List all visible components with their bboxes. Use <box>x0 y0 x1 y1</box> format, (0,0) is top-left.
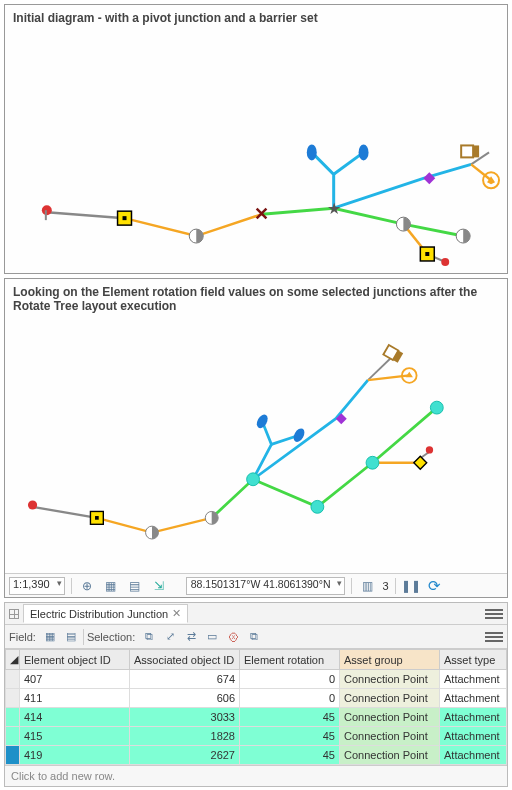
selection-label: Selection: <box>87 631 135 643</box>
calculate-field-button[interactable]: ▤ <box>62 628 80 646</box>
coordinates-display[interactable]: 88.1501317°W 41.8061390°N <box>186 577 346 595</box>
switch-selection-button[interactable]: ⇄ <box>182 628 200 646</box>
cell-rot[interactable]: 45 <box>240 727 340 746</box>
cell-rot[interactable]: 45 <box>240 746 340 765</box>
selection-count-icon[interactable]: ▥ <box>358 577 376 595</box>
row-selector[interactable] <box>6 727 20 746</box>
map-statusbar: 1:1,390 ⊕ ▦ ▤ ⇲ 88.1501317°W 41.8061390°… <box>5 573 507 597</box>
svg-point-25 <box>366 456 379 469</box>
cell-rot[interactable]: 0 <box>240 670 340 689</box>
table-toolbar: Field: ▦ ▤ Selection: ⧉ ⤢ ⇄ ▭ ⮾ ⧉ <box>5 625 507 649</box>
svg-rect-1 <box>45 210 47 220</box>
cell-aid[interactable]: 2627 <box>130 746 240 765</box>
refresh-icon[interactable]: ⟳ <box>426 577 444 595</box>
scale-selector[interactable]: 1:1,390 <box>9 577 65 595</box>
cell-type[interactable]: Attachment <box>440 746 507 765</box>
cell-aid[interactable]: 674 <box>130 670 240 689</box>
cell-group[interactable]: Connection Point <box>340 746 440 765</box>
row-selector[interactable] <box>6 708 20 727</box>
svg-point-23 <box>247 473 260 486</box>
col-element-rotation[interactable]: Element rotation <box>240 650 340 670</box>
svg-marker-29 <box>414 456 427 469</box>
svg-point-27 <box>255 413 270 430</box>
row-selector[interactable] <box>6 746 20 765</box>
rotated-diagram <box>5 279 468 573</box>
table-menu-icon[interactable] <box>485 628 503 646</box>
svg-point-13 <box>441 258 449 266</box>
select-by-attributes-button[interactable]: ⧉ <box>140 628 158 646</box>
svg-rect-15 <box>461 145 473 157</box>
cell-eid[interactable]: 419 <box>20 746 130 765</box>
svg-point-8 <box>359 144 369 160</box>
table-row[interactable]: 419262745Connection PointAttachment <box>6 746 507 765</box>
col-associated-object-id[interactable]: Associated object ID <box>130 650 240 670</box>
attribute-table[interactable]: ◢ Element object ID Associated object ID… <box>5 649 507 765</box>
row-selector-header[interactable]: ◢ <box>6 650 20 670</box>
col-asset-group[interactable]: Asset group <box>340 650 440 670</box>
svg-rect-3 <box>123 216 127 220</box>
svg-point-24 <box>311 500 324 513</box>
cell-group[interactable]: Connection Point <box>340 708 440 727</box>
initial-diagram: ✕ ★ <box>5 5 507 274</box>
initial-diagram-panel: Initial diagram - with a pivot junction … <box>4 4 508 274</box>
table-row[interactable]: 415182845Connection PointAttachment <box>6 727 507 746</box>
close-tab-icon[interactable]: ✕ <box>172 607 181 620</box>
grid-icon[interactable]: ▤ <box>126 577 144 595</box>
table-row[interactable]: 414303345Connection PointAttachment <box>6 708 507 727</box>
cell-eid[interactable]: 415 <box>20 727 130 746</box>
table-row[interactable]: 4116060Connection PointAttachment <box>6 689 507 708</box>
cell-rot[interactable]: 45 <box>240 708 340 727</box>
row-selector[interactable] <box>6 689 20 708</box>
pause-drawing-icon[interactable]: ❚❚ <box>402 577 420 595</box>
svg-text:★: ★ <box>327 200 341 217</box>
svg-rect-20 <box>95 516 99 520</box>
col-asset-type[interactable]: Asset type <box>440 650 507 670</box>
cell-eid[interactable]: 411 <box>20 689 130 708</box>
cell-type[interactable]: Attachment <box>440 689 507 708</box>
svg-point-26 <box>430 401 443 414</box>
cell-type[interactable]: Attachment <box>440 708 507 727</box>
svg-rect-16 <box>473 145 479 157</box>
clear-selection-button[interactable]: ▭ <box>203 628 221 646</box>
col-element-object-id[interactable]: Element object ID <box>20 650 130 670</box>
cell-eid[interactable]: 407 <box>20 670 130 689</box>
rotated-diagram-panel: Looking on the Element rotation field va… <box>4 278 508 598</box>
cell-aid[interactable]: 606 <box>130 689 240 708</box>
constraints-icon[interactable]: ⇲ <box>150 577 168 595</box>
svg-point-30 <box>426 446 433 453</box>
delete-selection-button[interactable]: ⮾ <box>224 628 242 646</box>
cell-type[interactable]: Attachment <box>440 670 507 689</box>
cell-group[interactable]: Connection Point <box>340 727 440 746</box>
table-row[interactable]: 4076740Connection PointAttachment <box>6 670 507 689</box>
add-row-placeholder[interactable]: Click to add new row. <box>5 765 507 786</box>
table-tabbar: Electric Distribution Junction ✕ <box>5 603 507 625</box>
attribute-table-panel: Electric Distribution Junction ✕ Field: … <box>4 602 508 787</box>
cell-aid[interactable]: 1828 <box>130 727 240 746</box>
add-feature-icon[interactable]: ⊕ <box>78 577 96 595</box>
snap-icon[interactable]: ▦ <box>102 577 120 595</box>
table-tab[interactable]: Electric Distribution Junction ✕ <box>23 604 188 623</box>
field-label: Field: <box>9 631 36 643</box>
selection-count: 3 <box>382 580 388 592</box>
cell-rot[interactable]: 0 <box>240 689 340 708</box>
copy-selection-button[interactable]: ⧉ <box>245 628 263 646</box>
cell-aid[interactable]: 3033 <box>130 708 240 727</box>
add-field-button[interactable]: ▦ <box>41 628 59 646</box>
row-selector[interactable] <box>6 670 20 689</box>
zoom-to-selection-button[interactable]: ⤢ <box>161 628 179 646</box>
svg-point-7 <box>307 144 317 160</box>
cell-eid[interactable]: 414 <box>20 708 130 727</box>
table-icon <box>9 609 19 619</box>
svg-point-18 <box>28 500 37 509</box>
cell-group[interactable]: Connection Point <box>340 689 440 708</box>
svg-text:✕: ✕ <box>254 204 269 224</box>
svg-rect-12 <box>425 252 429 256</box>
hamburger-menu-icon[interactable] <box>485 605 503 623</box>
cell-group[interactable]: Connection Point <box>340 670 440 689</box>
cell-type[interactable]: Attachment <box>440 727 507 746</box>
table-header-row: ◢ Element object ID Associated object ID… <box>6 650 507 670</box>
tab-label: Electric Distribution Junction <box>30 608 168 620</box>
